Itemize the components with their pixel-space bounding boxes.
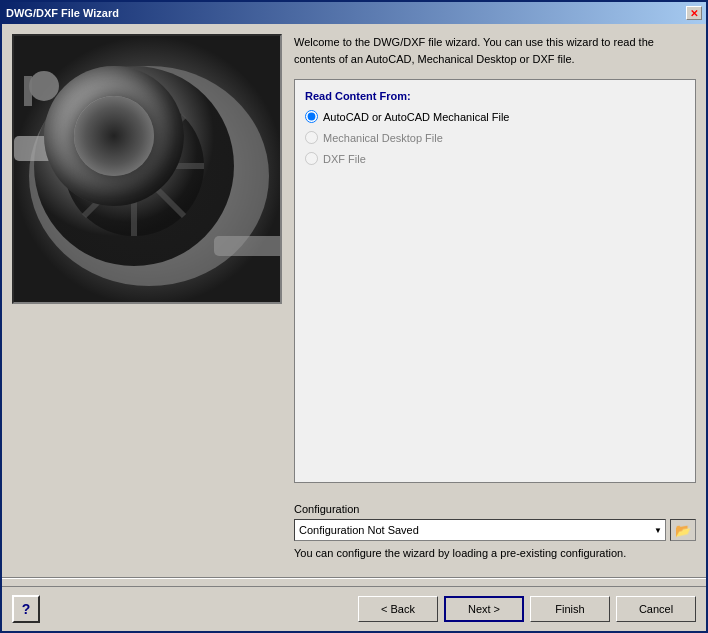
- radio-mechanical-input: [305, 131, 318, 144]
- svg-point-5: [119, 151, 149, 181]
- radio-autocad: AutoCAD or AutoCAD Mechanical File: [305, 110, 685, 123]
- close-button[interactable]: ✕: [686, 6, 702, 20]
- divider: [2, 577, 706, 578]
- nav-buttons: < Back Next > Finish Cancel: [358, 596, 696, 622]
- config-dropdown[interactable]: Configuration Not Saved: [294, 519, 666, 541]
- main-window: DWG/DXF File Wizard ✕: [0, 0, 708, 633]
- back-button[interactable]: < Back: [358, 596, 438, 622]
- right-panel: Welcome to the DWG/DXF file wizard. You …: [294, 34, 696, 559]
- bottom-bar: ? < Back Next > Finish Cancel: [2, 586, 706, 631]
- load-config-button[interactable]: 📂: [670, 519, 696, 541]
- cancel-button[interactable]: Cancel: [616, 596, 696, 622]
- image-svg: [14, 36, 282, 304]
- radio-dxf-input: [305, 152, 318, 165]
- read-content-box: Read Content From: AutoCAD or AutoCAD Me…: [294, 79, 696, 483]
- radio-mechanical: Mechanical Desktop File: [305, 131, 685, 144]
- next-button[interactable]: Next >: [444, 596, 524, 622]
- svg-line-8: [84, 116, 184, 216]
- svg-rect-14: [24, 76, 32, 106]
- config-select-wrapper: Configuration Not Saved: [294, 519, 666, 541]
- mechanical-image: [14, 36, 280, 302]
- config-label: Configuration: [294, 503, 696, 515]
- config-hint: You can configure the wizard by loading …: [294, 547, 696, 559]
- read-content-label: Read Content From:: [305, 90, 685, 102]
- radio-autocad-label[interactable]: AutoCAD or AutoCAD Mechanical File: [323, 111, 509, 123]
- folder-icon: 📂: [675, 523, 691, 538]
- svg-rect-12: [214, 236, 282, 256]
- config-section: Configuration Configuration Not Saved 📂 …: [294, 503, 696, 559]
- help-button[interactable]: ?: [12, 595, 40, 623]
- main-row: Welcome to the DWG/DXF file wizard. You …: [12, 34, 696, 559]
- svg-rect-11: [14, 136, 74, 161]
- radio-mechanical-label: Mechanical Desktop File: [323, 132, 443, 144]
- finish-button[interactable]: Finish: [530, 596, 610, 622]
- radio-dxf-label: DXF File: [323, 153, 366, 165]
- radio-group: AutoCAD or AutoCAD Mechanical File Mecha…: [305, 110, 685, 165]
- welcome-text: Welcome to the DWG/DXF file wizard. You …: [294, 34, 696, 67]
- svg-point-13: [29, 71, 59, 101]
- svg-point-10: [64, 96, 144, 156]
- title-bar: DWG/DXF File Wizard ✕: [2, 2, 706, 24]
- window-title: DWG/DXF File Wizard: [6, 7, 119, 19]
- content-area: Welcome to the DWG/DXF file wizard. You …: [2, 24, 706, 569]
- config-row: Configuration Not Saved 📂: [294, 519, 696, 541]
- wizard-image: [12, 34, 282, 304]
- radio-dxf: DXF File: [305, 152, 685, 165]
- radio-autocad-input[interactable]: [305, 110, 318, 123]
